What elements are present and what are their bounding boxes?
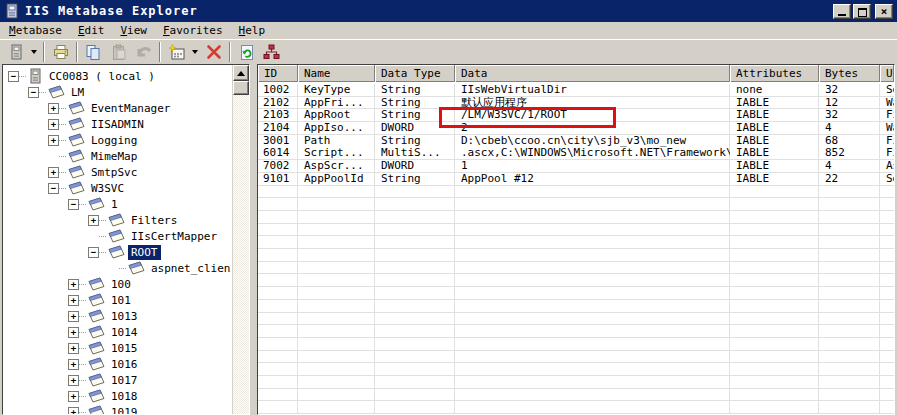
tree-item-1019[interactable]: +1019 — [4, 404, 231, 414]
expand-expander-icon[interactable]: + — [68, 327, 79, 338]
tree-connector-line — [39, 92, 46, 93]
tree-item-label[interactable]: IIsCertMapper — [128, 229, 220, 244]
scroll-up-button[interactable] — [233, 65, 249, 81]
expand-expander-icon[interactable]: + — [48, 119, 59, 130]
tree-item-label[interactable]: IISADMIN — [88, 117, 147, 132]
column-header-bytes[interactable]: Bytes — [819, 65, 880, 82]
tree-item-aspnet-client[interactable]: aspnet_client — [4, 260, 231, 276]
menu-item-help[interactable]: Help — [231, 23, 274, 39]
list-row-6014[interactable]: 6014Script...MultiS....ascx,C:\WINDOWS\M… — [258, 147, 894, 160]
tree-item-1[interactable]: −1 — [4, 196, 231, 212]
expand-expander-icon[interactable]: + — [68, 295, 79, 306]
connect-server-dropdown[interactable] — [28, 41, 40, 63]
tree-item-mimemap[interactable]: MimeMap — [4, 148, 231, 164]
tree-item-1017[interactable]: +1017 — [4, 372, 231, 388]
tree-item-100[interactable]: +100 — [4, 276, 231, 292]
delete-button[interactable] — [201, 41, 226, 63]
tree-item-1016[interactable]: +1016 — [4, 356, 231, 372]
new-key-dropdown[interactable] — [189, 41, 201, 63]
menu-item-view[interactable]: View — [112, 23, 155, 39]
collapse-expander-icon[interactable]: − — [88, 247, 99, 258]
tree-vertical-scrollbar[interactable] — [232, 65, 249, 414]
tree-item-cc0083-local-[interactable]: −CC0083 ( local ) — [4, 68, 231, 84]
tree-item-label[interactable]: 1015 — [108, 341, 141, 356]
tree-item-label[interactable]: LM — [68, 85, 87, 100]
expand-expander-icon[interactable]: + — [48, 135, 59, 146]
close-button[interactable]: × — [875, 4, 893, 19]
tree-item-label[interactable]: aspnet_client — [148, 261, 231, 276]
tree-item-1018[interactable]: +1018 — [4, 388, 231, 404]
print-button[interactable] — [48, 41, 73, 63]
paste-button[interactable] — [106, 41, 131, 63]
list-row-9101[interactable]: 9101AppPoolIdStringAppPool #12IABLE22Se — [258, 173, 894, 186]
menu-item-favorites[interactable]: Favorites — [155, 23, 231, 39]
tree-item-1015[interactable]: +1015 — [4, 340, 231, 356]
expand-expander-icon[interactable]: + — [88, 215, 99, 226]
tree-item-logging[interactable]: +Logging — [4, 132, 231, 148]
tree-item-label[interactable]: ROOT — [128, 245, 161, 260]
expand-expander-icon[interactable]: + — [68, 311, 79, 322]
collapse-expander-icon[interactable]: − — [28, 87, 39, 98]
refresh-button[interactable] — [234, 41, 259, 63]
tree-item-smtpsvc[interactable]: +SmtpSvc — [4, 164, 231, 180]
expand-expander-icon[interactable]: + — [68, 279, 79, 290]
minimize-button[interactable] — [833, 4, 851, 19]
column-header-name[interactable]: Name — [298, 65, 375, 82]
title-bar[interactable]: IIS Metabase Explorer × — [0, 0, 897, 22]
tree-item-eventmanager[interactable]: +EventManager — [4, 100, 231, 116]
tree-item-label[interactable]: 1016 — [108, 357, 141, 372]
menu-item-metabase[interactable]: Metabase — [1, 23, 70, 39]
expand-expander-icon[interactable]: + — [48, 103, 59, 114]
tree-item-iisadmin[interactable]: +IISADMIN — [4, 116, 231, 132]
tree-item-label[interactable]: W3SVC — [88, 181, 127, 196]
tree-item-label[interactable]: 1017 — [108, 373, 141, 388]
collapse-expander-icon[interactable]: − — [68, 199, 79, 210]
expand-expander-icon[interactable]: + — [68, 359, 79, 370]
tree-item-label[interactable]: MimeMap — [88, 149, 140, 164]
expand-expander-icon[interactable]: + — [68, 343, 79, 354]
list-row-7002[interactable]: 7002AspScr...DWORD1IABLE4As — [258, 160, 894, 173]
tree-item-label[interactable]: 101 — [108, 293, 134, 308]
tree-item-root[interactable]: −ROOT — [4, 244, 231, 260]
undo-button[interactable] — [131, 41, 156, 63]
tree-item-filters[interactable]: +Filters — [4, 212, 231, 228]
tree-item-label[interactable]: 100 — [108, 277, 134, 292]
list-row-1002[interactable]: 1002KeyTypeStringIIsWebVirtualDirnone32S… — [258, 84, 894, 97]
scrollbar-thumb[interactable] — [233, 81, 249, 95]
column-header-attributes[interactable]: Attributes — [730, 65, 819, 82]
expand-expander-icon[interactable]: + — [48, 167, 59, 178]
tree-item-label[interactable]: 1019 — [108, 405, 141, 415]
tree-item-label[interactable]: 1014 — [108, 325, 141, 340]
view-hierarchy-button[interactable] — [259, 41, 284, 63]
tree-item-label[interactable]: SmtpSvc — [88, 165, 140, 180]
expand-expander-icon[interactable]: + — [68, 375, 79, 386]
column-header-data-type[interactable]: Data Type — [375, 65, 455, 82]
column-header-data[interactable]: Data — [455, 65, 730, 82]
expand-expander-icon[interactable]: + — [68, 407, 79, 415]
menu-item-edit[interactable]: Edit — [70, 23, 113, 39]
maximize-button[interactable] — [853, 4, 871, 19]
tree-item-iiscertmapper[interactable]: IIsCertMapper — [4, 228, 231, 244]
list-row-3001[interactable]: 3001PathStringD:\cbeb\ccoo.cn\city\sjb_v… — [258, 135, 894, 148]
copy-button[interactable] — [81, 41, 106, 63]
column-header-us[interactable]: Us — [880, 65, 894, 82]
connect-server-button[interactable] — [3, 41, 28, 63]
collapse-expander-icon[interactable]: − — [48, 183, 59, 194]
tree-item-label[interactable]: 1013 — [108, 309, 141, 324]
tree-item-label[interactable]: Logging — [88, 133, 140, 148]
tree-item-1014[interactable]: +1014 — [4, 324, 231, 340]
column-header-id[interactable]: ID — [258, 65, 298, 82]
expand-expander-icon[interactable]: + — [68, 391, 79, 402]
tree-item-label[interactable]: CC0083 ( local ) — [46, 69, 158, 84]
pane-splitter[interactable] — [250, 64, 257, 415]
tree-item-1013[interactable]: +1013 — [4, 308, 231, 324]
tree-item-label[interactable]: Filters — [128, 213, 180, 228]
collapse-expander-icon[interactable]: − — [8, 71, 19, 82]
tree-item-label[interactable]: 1 — [108, 197, 121, 212]
tree-item-w3svc[interactable]: −W3SVC — [4, 180, 231, 196]
tree-item-label[interactable]: EventManager — [88, 101, 173, 116]
tree-item-label[interactable]: 1018 — [108, 389, 141, 404]
new-key-button[interactable] — [164, 41, 189, 63]
tree-item-lm[interactable]: −LM — [4, 84, 231, 100]
tree-item-101[interactable]: +101 — [4, 292, 231, 308]
